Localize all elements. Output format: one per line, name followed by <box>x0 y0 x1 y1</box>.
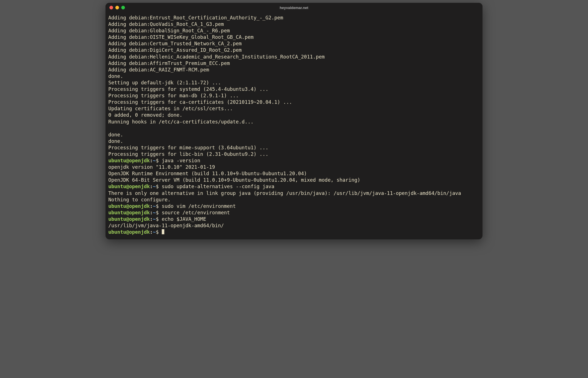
prompt-current[interactable]: ubuntu@openjdk:~$ <box>108 229 164 235</box>
output-line: 0 added, 0 removed; done. <box>108 112 182 118</box>
close-button[interactable] <box>109 6 113 10</box>
output-line: OpenJDK 64-Bit Server VM (build 11.0.10+… <box>108 177 360 183</box>
output-line: openjdk version "11.0.10" 2021-01-19 <box>108 164 215 170</box>
output-line: Adding debian:Certum_Trusted_Network_CA_… <box>108 41 242 46</box>
prompt-sigil: $ <box>156 158 159 163</box>
minimize-button[interactable] <box>115 6 119 10</box>
window-title: heyvaldemar.net <box>280 6 308 10</box>
output-line: Adding debian:Hellenic_Academic_and_Rese… <box>108 54 325 60</box>
cursor <box>162 229 164 234</box>
window-titlebar: heyvaldemar.net <box>106 3 482 12</box>
output-line: Setting up default-jdk (2:1.11-72) ... <box>108 80 221 86</box>
output-line: done. <box>108 132 123 138</box>
output-line: Adding debian:AC_RAIZ_FNMT-RCM.pem <box>108 67 209 73</box>
output-line: Processing triggers for mime-support (3.… <box>108 145 268 150</box>
prompt: ubuntu@openjdk:~$ source /etc/environmen… <box>108 210 230 215</box>
prompt: ubuntu@openjdk:~$ java -version <box>108 158 200 163</box>
output-line: There is only one alternative in link gr… <box>108 190 461 196</box>
output-line: Adding debian:DigiCert_Assured_ID_Root_G… <box>108 47 242 53</box>
command-text: sudo update-alternatives --config java <box>162 184 274 189</box>
output-line: Adding debian:OISTE_WISeKey_Global_Root_… <box>108 34 253 40</box>
output-line: Updating certificates in /etc/ssl/certs.… <box>108 106 233 111</box>
traffic-lights <box>109 6 125 10</box>
output-line: Adding debian:QuoVadis_Root_CA_1_G3.pem <box>108 21 224 27</box>
prompt-host: openjdk <box>129 158 150 163</box>
output-line: done. <box>108 138 123 144</box>
command-text: echo $JAVA_HOME <box>162 216 206 222</box>
command-text: sudo vim /etc/environment <box>162 203 236 209</box>
prompt: ubuntu@openjdk:~$ sudo update-alternativ… <box>108 184 274 189</box>
output-line: Nothing to configure. <box>108 197 170 202</box>
output-line: Adding debian:GlobalSign_Root_CA_-_R6.pe… <box>108 28 230 33</box>
output-line: Adding debian:Entrust_Root_Certification… <box>108 15 283 21</box>
terminal-body[interactable]: Adding debian:Entrust_Root_Certification… <box>106 12 482 239</box>
output-line: Processing triggers for ca-certificates … <box>108 99 292 105</box>
output-line: done. <box>108 73 123 79</box>
output-line: Processing triggers for libc-bin (2.31-0… <box>108 151 268 157</box>
prompt-path: ~ <box>153 158 156 163</box>
prompt: ubuntu@openjdk:~$ sudo vim /etc/environm… <box>108 203 236 209</box>
prompt: ubuntu@openjdk:~$ echo $JAVA_HOME <box>108 216 206 222</box>
output-line: /usr/lib/jvm/java-11-openjdk-amd64/bin/ <box>108 223 224 228</box>
output-line: Adding debian:AffirmTrust_Premium_ECC.pe… <box>108 60 230 66</box>
command-text: java -version <box>162 158 200 163</box>
output-line: OpenJDK Runtime Environment (build 11.0.… <box>108 171 307 176</box>
command-text: source /etc/environment <box>162 210 230 215</box>
output-line: Processing triggers for systemd (245.4-4… <box>108 86 268 92</box>
zoom-button[interactable] <box>121 6 125 10</box>
output-line: Processing triggers for man-db (2.9.1-1)… <box>108 93 239 98</box>
terminal-window: heyvaldemar.net Adding debian:Entrust_Ro… <box>106 3 482 239</box>
output-line: Running hooks in /etc/ca-certificates/up… <box>108 119 253 125</box>
prompt-user: ubuntu <box>108 158 126 163</box>
